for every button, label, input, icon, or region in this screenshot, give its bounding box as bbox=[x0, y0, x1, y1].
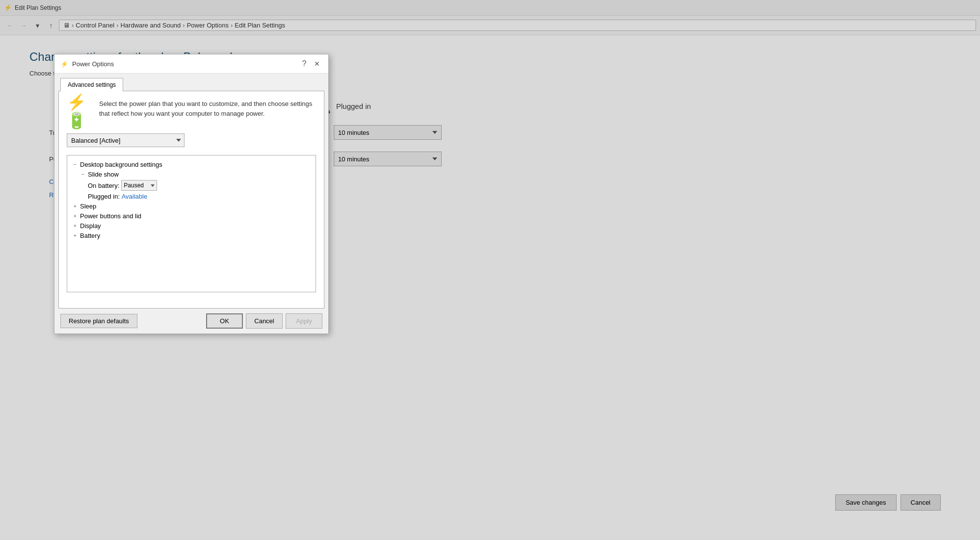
dialog-apply-button[interactable]: Apply bbox=[286, 313, 322, 329]
power-plan-icon: ⚡🔋 bbox=[67, 99, 91, 124]
tree-toggle-slideshow[interactable]: − bbox=[79, 170, 87, 178]
tree-toggle-sleep[interactable]: + bbox=[71, 202, 79, 210]
tree-label-slideshow: Slide show bbox=[88, 171, 119, 178]
tree-item-plugged-in: Plugged in: Available bbox=[87, 192, 312, 201]
dialog-title-bar: ⚡ Power Options ? ✕ bbox=[54, 54, 328, 74]
dialog-footer: Restore plan defaults OK Cancel Apply bbox=[54, 309, 328, 334]
dialog-controls: ? ✕ bbox=[299, 58, 322, 69]
dialog-description: ⚡🔋 Select the power plan that you want t… bbox=[67, 99, 316, 124]
dialog-help-button[interactable]: ? bbox=[299, 58, 310, 69]
tree-label-plugged-in: Plugged in: bbox=[88, 193, 122, 200]
dialog-action-buttons: OK Cancel Apply bbox=[206, 313, 322, 329]
tree-toggle-display[interactable]: + bbox=[71, 222, 79, 230]
tree-toggle-desktop-bg[interactable]: − bbox=[71, 160, 79, 168]
tree-label-battery: Battery bbox=[80, 232, 100, 239]
restore-plan-defaults-button[interactable]: Restore plan defaults bbox=[60, 314, 137, 328]
tree-item-power-buttons[interactable]: + Power buttons and lid bbox=[71, 211, 312, 221]
dialog-tabs: Advanced settings bbox=[54, 74, 328, 91]
dialog-content: ⚡🔋 Select the power plan that you want t… bbox=[58, 91, 324, 309]
plan-selector: Balanced [Active] High performance Power… bbox=[67, 133, 316, 147]
tree-label-desktop-bg: Desktop background settings bbox=[80, 161, 162, 168]
tree-label-power-buttons: Power buttons and lid bbox=[80, 212, 141, 220]
dialog-description-text: Select the power plan that you want to c… bbox=[99, 99, 316, 118]
power-options-dialog: ⚡ Power Options ? ✕ Advanced settings ⚡🔋… bbox=[54, 54, 329, 334]
advanced-settings-tab[interactable]: Advanced settings bbox=[60, 78, 123, 91]
dialog-close-button[interactable]: ✕ bbox=[312, 58, 322, 69]
dialog-title-left: ⚡ Power Options bbox=[60, 60, 114, 68]
on-battery-select[interactable]: Paused Available bbox=[121, 180, 157, 191]
tree-item-slideshow[interactable]: − Slide show bbox=[79, 169, 312, 179]
tree-children-desktop-bg: − Slide show On battery: Paused Availabl… bbox=[79, 169, 312, 201]
tree-label-display: Display bbox=[80, 222, 101, 230]
tree-view: − Desktop background settings − Slide sh… bbox=[67, 155, 316, 292]
tree-label-on-battery: On battery: bbox=[88, 182, 119, 189]
dialog-overlay: ⚡ Power Options ? ✕ Advanced settings ⚡🔋… bbox=[0, 0, 980, 540]
tree-toggle-battery[interactable]: + bbox=[71, 231, 79, 239]
dialog-title-text: Power Options bbox=[72, 60, 114, 68]
dialog-ok-button[interactable]: OK bbox=[206, 313, 243, 329]
tree-item-sleep[interactable]: + Sleep bbox=[71, 201, 312, 211]
plan-select-dropdown[interactable]: Balanced [Active] High performance Power… bbox=[67, 133, 185, 147]
tree-item-display[interactable]: + Display bbox=[71, 221, 312, 231]
tree-label-sleep: Sleep bbox=[80, 203, 96, 210]
dialog-icon: ⚡ bbox=[60, 60, 68, 68]
tree-value-plugged-in: Available bbox=[122, 193, 148, 200]
tree-toggle-power-buttons[interactable]: + bbox=[71, 212, 79, 220]
tree-item-battery[interactable]: + Battery bbox=[71, 231, 312, 240]
tree-item-desktop-bg[interactable]: − Desktop background settings bbox=[71, 159, 312, 169]
tree-children-slideshow: On battery: Paused Available Plugged in:… bbox=[87, 179, 312, 201]
tree-item-on-battery: On battery: Paused Available bbox=[87, 179, 312, 192]
dialog-cancel-button[interactable]: Cancel bbox=[246, 313, 283, 329]
